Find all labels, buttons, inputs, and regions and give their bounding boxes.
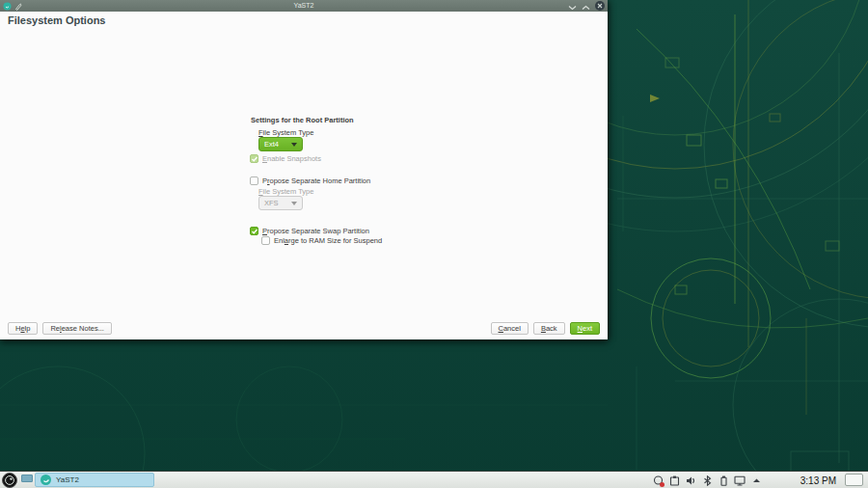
enlarge-ram-label: Enlarge to RAM Size for Suspend [274, 236, 382, 245]
next-button[interactable]: Next [570, 322, 600, 335]
maximize-button[interactable] [582, 0, 590, 14]
battery-icon[interactable] [718, 474, 729, 486]
gecko-icon [4, 474, 15, 486]
application-menu-button[interactable] [2, 473, 17, 488]
enlarge-ram-checkbox[interactable]: Enlarge to RAM Size for Suspend [261, 236, 382, 245]
task-button-yast2[interactable]: YaST2 [35, 473, 154, 487]
checkbox-box[interactable] [261, 236, 270, 245]
button-bar: Help Release Notes... Cancel Back Next [0, 322, 608, 336]
system-tray [652, 472, 762, 488]
bluetooth-icon[interactable] [701, 474, 713, 486]
clock[interactable]: 3:13 PM [800, 472, 836, 488]
swap-partition-label: Propose Separate Swap Partition [262, 227, 369, 235]
taskbar: YaST2 [0, 471, 868, 488]
enable-snapshots-label: Enable Snapshots [262, 154, 321, 163]
checkbox-box [250, 154, 258, 163]
volume-icon[interactable] [685, 474, 696, 486]
desktop-pager[interactable] [21, 474, 33, 482]
back-button[interactable]: Back [533, 322, 565, 335]
close-button[interactable] [595, 1, 605, 11]
home-fs-type-value: XFS [264, 199, 279, 207]
chevron-down-icon [291, 202, 297, 205]
home-fs-type-select: XFS [258, 196, 303, 210]
updates-icon[interactable] [652, 474, 664, 486]
window-title: YaST2 [0, 0, 608, 12]
update-badge [660, 482, 665, 487]
root-settings-title: Settings for the Root Partition [251, 116, 354, 124]
root-fs-type-select[interactable]: Ext4 [258, 137, 303, 151]
root-fs-type-label: File System Type [258, 128, 313, 137]
minimize-button[interactable] [568, 0, 577, 14]
home-fs-type-label: File System Type [258, 187, 313, 196]
release-notes-button[interactable]: Release Notes... [42, 322, 111, 335]
expand-caret-icon[interactable] [750, 474, 762, 486]
display-icon[interactable] [734, 474, 746, 486]
help-button[interactable]: Help [8, 322, 38, 335]
home-partition-label: Propose Separate Home Partition [262, 176, 370, 185]
chevron-down-icon [291, 143, 297, 147]
swap-partition-checkbox[interactable]: Propose Separate Swap Partition [250, 227, 369, 235]
checkbox-box[interactable] [250, 227, 258, 235]
desktop: YaST2 Filesystem Options Settings for th… [0, 0, 868, 488]
task-label: YaST2 [56, 475, 79, 484]
enable-snapshots-checkbox: Enable Snapshots [250, 154, 321, 163]
root-fs-type-value: Ext4 [264, 140, 279, 149]
show-desktop-button[interactable] [845, 474, 863, 486]
page-title: Filesystem Options [8, 14, 105, 26]
yast-icon [41, 474, 51, 485]
checkbox-box[interactable] [250, 176, 258, 185]
window-titlebar[interactable]: YaST2 [0, 0, 608, 12]
clipboard-icon[interactable] [668, 474, 680, 486]
home-partition-checkbox[interactable]: Propose Separate Home Partition [250, 176, 370, 185]
cancel-button[interactable]: Cancel [491, 322, 529, 335]
yast-window: YaST2 Filesystem Options Settings for th… [0, 0, 608, 339]
